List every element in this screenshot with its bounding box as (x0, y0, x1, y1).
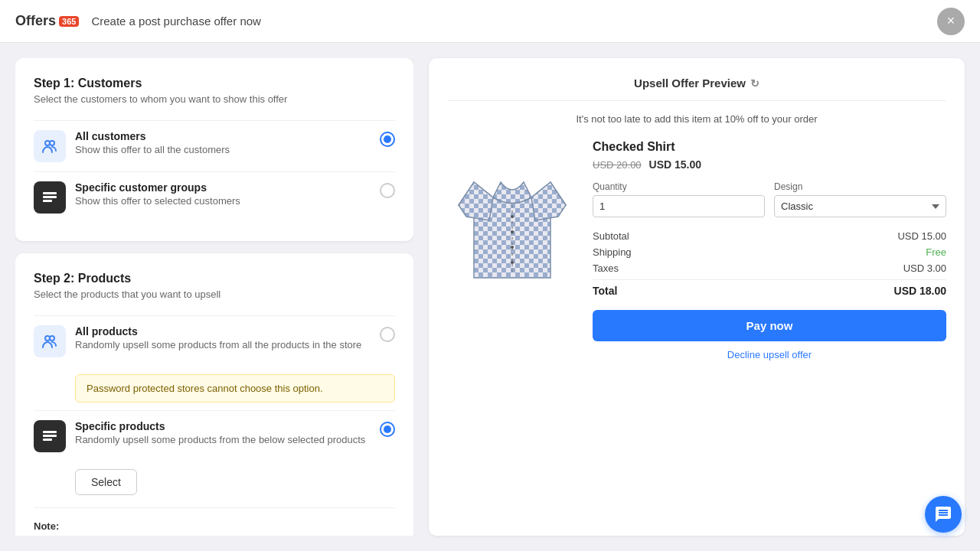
preview-body: Checked Shirt USD 20.00 USD 15.00 Quanti… (447, 140, 946, 360)
step2-title: Step 2: Products (34, 272, 395, 285)
refresh-icon[interactable]: ↻ (750, 77, 760, 90)
svg-point-14 (511, 215, 514, 218)
taxes-row: Taxes USD 3.00 (593, 260, 946, 276)
svg-point-15 (511, 230, 514, 233)
svg-point-16 (511, 246, 514, 249)
quantity-input[interactable] (593, 195, 765, 217)
pay-now-button[interactable]: Pay now (593, 310, 946, 341)
note-label: Note: (34, 520, 395, 532)
quantity-label: Quantity (593, 181, 765, 192)
left-column: Step 1: Customers Select the customers t… (15, 58, 413, 536)
preview-subtitle: It's not too late to add this item at 10… (447, 113, 946, 125)
note-section: Note: One product will be shown to your … (34, 507, 395, 536)
total-row: Total USD 18.00 (593, 279, 946, 299)
chat-button[interactable] (925, 496, 962, 533)
all-products-label: All products (75, 325, 361, 337)
decline-link[interactable]: Decline upsell offer (593, 349, 946, 360)
preview-header: Upsell Offer Preview ↻ (447, 77, 946, 101)
all-products-desc: Randomly upsell some products from all t… (75, 339, 361, 350)
main-content: Step 1: Customers Select the customers t… (0, 43, 980, 551)
logo: Offers 365 (15, 13, 79, 29)
preview-title: Upsell Offer Preview (634, 77, 746, 90)
select-products-button[interactable]: Select (75, 469, 137, 495)
all-customers-label: All customers (75, 130, 230, 142)
shipping-row: Shipping Free (593, 244, 946, 260)
specific-products-icon (34, 420, 66, 452)
quantity-group: Quantity (593, 181, 765, 217)
specific-customers-icon (34, 181, 66, 214)
all-products-option[interactable]: All products Randomly upsell some produc… (34, 315, 395, 367)
design-label: Design (774, 181, 946, 192)
design-select[interactable]: Classic Modern Minimal (774, 195, 946, 217)
specific-customers-radio[interactable] (380, 183, 395, 198)
specific-products-desc: Randomly upsell some products from the b… (75, 434, 365, 445)
svg-point-6 (50, 336, 54, 341)
subtotal-label: Subtotal (593, 230, 629, 242)
all-customers-icon (34, 130, 66, 162)
all-customers-radio[interactable] (380, 132, 395, 147)
form-row: Quantity Design Classic Modern Minimal (593, 181, 946, 217)
svg-rect-8 (43, 435, 57, 437)
svg-rect-7 (43, 431, 57, 433)
logo-text: Offers (15, 13, 56, 29)
step2-subtitle: Select the products that you want to ups… (34, 289, 395, 300)
all-products-icon (34, 325, 66, 357)
specific-customers-desc: Show this offer to selected customers (75, 195, 240, 207)
svg-rect-3 (43, 196, 57, 198)
step1-title: Step 1: Customers (34, 77, 395, 90)
close-button[interactable]: × (937, 8, 965, 35)
svg-point-17 (511, 261, 514, 264)
specific-products-radio[interactable] (380, 422, 395, 437)
step1-card: Step 1: Customers Select the customers t… (15, 58, 413, 241)
specific-products-option[interactable]: Specific products Randomly upsell some p… (34, 410, 395, 461)
total-label: Total (593, 285, 617, 297)
all-products-radio[interactable] (380, 327, 395, 342)
header-title: Create a post purchase offer now (91, 15, 261, 28)
product-image (447, 140, 577, 293)
total-value: USD 18.00 (894, 285, 946, 297)
product-name: Checked Shirt (593, 140, 946, 154)
subtotal-row: Subtotal USD 15.00 (593, 228, 946, 244)
specific-customers-label: Specific customer groups (75, 181, 240, 194)
design-group: Design Classic Modern Minimal (774, 181, 946, 217)
specific-products-label: Specific products (75, 420, 365, 432)
price-old: USD 20.00 (593, 159, 642, 171)
svg-rect-9 (43, 439, 52, 441)
product-details: Checked Shirt USD 20.00 USD 15.00 Quanti… (593, 140, 946, 360)
step1-subtitle: Select the customers to whom you want to… (34, 93, 395, 105)
price-new: USD 15.00 (649, 158, 701, 171)
svg-rect-4 (43, 200, 52, 202)
step2-card: Step 2: Products Select the products tha… (15, 253, 413, 536)
shipping-value: Free (926, 246, 946, 258)
logo-badge: 365 (59, 16, 79, 27)
price-row: USD 20.00 USD 15.00 (593, 158, 946, 171)
taxes-label: Taxes (593, 262, 619, 274)
preview-panel: Upsell Offer Preview ↻ It's not too late… (429, 58, 965, 536)
specific-customers-option[interactable]: Specific customer groups Show this offer… (34, 171, 395, 223)
password-warning: Password protected stores cannot choose … (75, 374, 395, 403)
header-left: Offers 365 Create a post purchase offer … (15, 13, 261, 29)
all-customers-desc: Show this offer to all the customers (75, 144, 230, 155)
app-header: Offers 365 Create a post purchase offer … (0, 0, 980, 43)
svg-point-1 (50, 141, 54, 145)
all-customers-option[interactable]: All customers Show this offer to all the… (34, 120, 395, 171)
svg-rect-2 (43, 192, 57, 194)
shipping-label: Shipping (593, 246, 632, 258)
taxes-value: USD 3.00 (903, 262, 946, 274)
subtotal-value: USD 15.00 (897, 230, 946, 242)
